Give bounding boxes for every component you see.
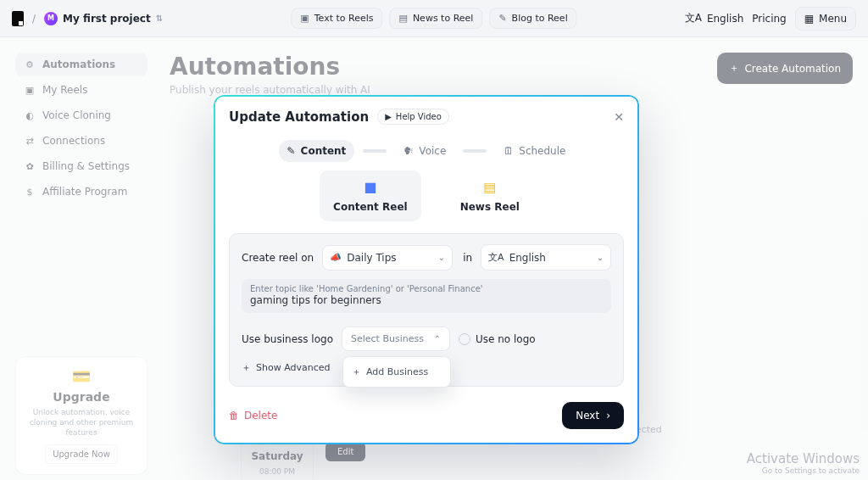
language-switch[interactable]: 文A English	[685, 11, 744, 25]
menu-button[interactable]: ▦ Menu	[795, 7, 856, 31]
plus-icon: ＋	[242, 361, 251, 374]
type-label: News Reel	[460, 201, 520, 213]
category-value: Daily Tips	[347, 252, 396, 264]
step-divider	[463, 149, 487, 153]
tool-blog-to-reel[interactable]: ✎ Blog to Reel	[489, 8, 576, 29]
update-automation-modal: Update Automation ▶ Help Video ✕ ✎ Conte…	[214, 95, 639, 444]
menu-label: Menu	[819, 13, 847, 25]
business-placeholder: Select Business	[351, 333, 424, 344]
language-select[interactable]: 文A English ⌄	[481, 244, 611, 271]
blog-icon: ✎	[498, 13, 506, 24]
type-news-reel[interactable]: ▤ News Reel	[447, 170, 533, 221]
app-logo	[12, 11, 24, 26]
breadcrumb-sep: /	[32, 13, 36, 25]
business-select[interactable]: Select Business ⌃ ＋ Add Business	[342, 327, 450, 351]
top-bar: / M My first project ⇅ ▣ Text to Reels ▤…	[0, 0, 868, 37]
business-dropdown: ＋ Add Business	[342, 356, 451, 388]
tool-text-to-reels[interactable]: ▣ Text to Reels	[291, 8, 382, 29]
os-watermark: Activate Windows Go to Settings to activ…	[747, 451, 860, 475]
type-content-reel[interactable]: ■ Content Reel	[320, 170, 421, 221]
in-label: in	[463, 252, 472, 264]
topbar-right: 文A English Pricing ▦ Menu	[685, 7, 856, 31]
tool-label: Text to Reels	[314, 13, 374, 24]
show-advanced-label: Show Advanced	[256, 362, 331, 373]
pricing-link[interactable]: Pricing	[752, 13, 786, 25]
step-schedule[interactable]: 🗓 Schedule	[495, 140, 574, 162]
close-icon[interactable]: ✕	[614, 110, 624, 124]
watermark-sub: Go to Settings to activate	[747, 466, 860, 475]
next-button[interactable]: Next ›	[562, 402, 624, 429]
calendar-icon: 🗓	[504, 145, 514, 157]
language-label: English	[707, 13, 743, 25]
business-logo-label: Use business logo	[242, 333, 333, 345]
help-label: Help Video	[396, 112, 442, 121]
topic-input[interactable]: Enter topic like 'Home Gardening' or 'Pe…	[242, 279, 611, 313]
updown-icon: ⇅	[156, 14, 161, 23]
edit-icon: ✎	[287, 145, 296, 157]
play-icon: ▶	[385, 112, 392, 121]
header-tools: ▣ Text to Reels ▤ News to Reel ✎ Blog to…	[291, 8, 576, 29]
step-label: Voice	[419, 145, 446, 157]
modal-title: Update Automation	[229, 109, 369, 125]
radio-icon	[459, 333, 470, 345]
reel-type-row: ■ Content Reel ▤ News Reel	[229, 170, 624, 221]
content-form: Create reel on 📣 Daily Tips ⌄ in 文A Engl…	[229, 233, 624, 387]
chevron-down-icon: ⌄	[597, 253, 604, 262]
person-voice-icon: 🗣	[403, 145, 414, 157]
add-business-option[interactable]: Add Business	[366, 366, 428, 377]
plus-icon: ＋	[352, 366, 361, 378]
trash-icon: 🗑	[229, 410, 239, 421]
project-selector[interactable]: M My first project ⇅	[44, 12, 161, 25]
delete-label: Delete	[244, 410, 277, 421]
use-no-logo-radio[interactable]: Use no logo	[459, 333, 536, 345]
step-divider	[363, 149, 387, 153]
grid-icon: ▦	[804, 13, 814, 25]
help-video-button[interactable]: ▶ Help Video	[377, 109, 449, 125]
tool-label: Blog to Reel	[512, 13, 568, 24]
megaphone-icon: 📣	[330, 252, 342, 263]
no-logo-label: Use no logo	[476, 333, 536, 345]
topic-value: gaming tips for beginners	[250, 294, 603, 306]
category-select[interactable]: 📣 Daily Tips ⌄	[322, 245, 453, 271]
topic-placeholder: Enter topic like 'Home Gardening' or 'Pe…	[250, 284, 603, 293]
type-label: Content Reel	[333, 201, 408, 213]
tool-news-to-reel[interactable]: ▤ News to Reel	[389, 8, 482, 29]
translate-icon: 文A	[685, 11, 702, 25]
news-icon: ▤	[460, 179, 520, 196]
chevron-right-icon: ›	[606, 410, 610, 421]
watermark-title: Activate Windows	[747, 451, 860, 466]
chevron-down-icon: ⌄	[438, 253, 445, 262]
news-icon: ▤	[398, 13, 407, 24]
stepper: ✎ Content 🗣 Voice 🗓 Schedule	[229, 140, 624, 162]
chevron-up-icon: ⌃	[434, 334, 441, 343]
project-name: My first project	[63, 13, 151, 25]
delete-button[interactable]: 🗑 Delete	[229, 410, 277, 421]
tool-label: News to Reel	[413, 13, 474, 24]
project-avatar: M	[44, 12, 58, 25]
translate-icon: 文A	[488, 251, 504, 264]
create-on-label: Create reel on	[242, 252, 314, 264]
step-content[interactable]: ✎ Content	[279, 140, 355, 162]
step-label: Content	[301, 145, 347, 157]
step-label: Schedule	[519, 145, 565, 157]
language-value: English	[509, 252, 546, 264]
next-label: Next	[576, 410, 599, 421]
video-icon: ■	[333, 179, 408, 196]
camera-icon: ▣	[300, 13, 309, 24]
step-voice[interactable]: 🗣 Voice	[395, 140, 454, 162]
